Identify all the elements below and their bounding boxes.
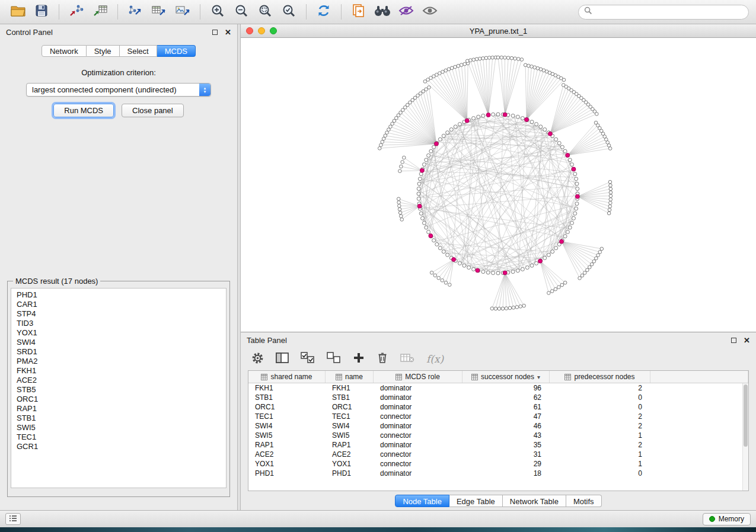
result-node-item[interactable]: SWI4 bbox=[17, 338, 226, 347]
dropdown-stepper-icon: ▲▼ bbox=[199, 84, 210, 96]
save-session-button[interactable] bbox=[31, 2, 52, 21]
zoom-in-button[interactable] bbox=[207, 2, 228, 21]
table-cell: 61 bbox=[462, 403, 550, 411]
result-node-item[interactable]: FKH1 bbox=[17, 366, 226, 376]
close-window-icon[interactable] bbox=[246, 27, 253, 34]
table-row[interactable]: SWI5SWI5connector431 bbox=[248, 431, 748, 440]
tab-edge-table[interactable]: Edge Table bbox=[449, 495, 503, 507]
result-node-item[interactable]: STB5 bbox=[17, 385, 226, 395]
table-row[interactable]: TEC1TEC1connector472 bbox=[248, 412, 748, 421]
import-table-button[interactable] bbox=[90, 2, 111, 21]
criterion-dropdown[interactable]: largest connected component (undirected)… bbox=[26, 83, 211, 97]
float-panel-icon[interactable] bbox=[212, 30, 218, 35]
table-row[interactable]: ORC1ORC1dominator610 bbox=[248, 402, 748, 412]
table-row[interactable]: YOX1YOX1connector291 bbox=[248, 459, 748, 469]
table-row[interactable]: ACE2ACE2connector311 bbox=[248, 450, 748, 459]
float-table-panel-icon[interactable] bbox=[731, 338, 736, 343]
zoom-out-button[interactable] bbox=[231, 2, 252, 21]
create-column-button[interactable] bbox=[353, 352, 365, 366]
export-table-button[interactable] bbox=[148, 2, 170, 21]
table-panel: Table Panel ✕ f(x) bbox=[241, 332, 756, 510]
table-cell: SWI5 bbox=[248, 431, 326, 440]
result-node-item[interactable]: GCR1 bbox=[17, 442, 226, 451]
network-canvas[interactable] bbox=[241, 38, 756, 332]
save-session-icon bbox=[35, 4, 48, 20]
tab-network-table[interactable]: Network Table bbox=[503, 495, 566, 507]
delete-table-button[interactable] bbox=[400, 352, 414, 366]
network-view-titlebar[interactable]: YPA_prune.txt_1 bbox=[241, 24, 756, 38]
mcds-result-list[interactable]: PHD1CAR1STP4TID3YOX1SWI4SRD1PMA2FKH1ACE2… bbox=[11, 288, 227, 488]
criterion-value: largest connected component (undirected) bbox=[32, 85, 177, 94]
zoom-fit-button[interactable] bbox=[254, 2, 276, 21]
hide-selected-button[interactable] bbox=[395, 2, 417, 21]
result-node-item[interactable]: PMA2 bbox=[17, 357, 226, 366]
column-header-predecessor-nodes[interactable]: predecessor nodes bbox=[550, 371, 650, 383]
result-node-item[interactable]: STB1 bbox=[17, 414, 226, 423]
function-builder-button[interactable]: f(x) bbox=[426, 353, 444, 365]
main-toolbar bbox=[0, 0, 756, 24]
table-cell: connector bbox=[374, 412, 462, 421]
result-node-item[interactable]: SWI5 bbox=[17, 423, 226, 432]
result-node-item[interactable]: ORC1 bbox=[17, 395, 226, 404]
result-node-item[interactable]: CAR1 bbox=[17, 300, 226, 309]
result-node-item[interactable]: RAP1 bbox=[17, 404, 226, 414]
run-mcds-button[interactable]: Run MCDS bbox=[53, 104, 114, 117]
export-image-button[interactable] bbox=[172, 2, 193, 21]
column-header-MCDS-role[interactable]: MCDS role bbox=[374, 371, 462, 383]
search-icon bbox=[584, 7, 592, 17]
table-row[interactable]: SWI4SWI4dominator462 bbox=[248, 421, 748, 431]
show-all-button[interactable] bbox=[419, 2, 441, 21]
maximize-window-icon[interactable] bbox=[270, 27, 277, 34]
table-scrollbar[interactable] bbox=[742, 383, 748, 491]
minimize-window-icon[interactable] bbox=[258, 27, 265, 34]
tab-node-table[interactable]: Node Table bbox=[395, 495, 449, 507]
task-history-button[interactable] bbox=[5, 513, 21, 525]
tab-motifs[interactable]: Motifs bbox=[566, 495, 602, 507]
column-header-successor-nodes[interactable]: successor nodes▾ bbox=[462, 371, 550, 383]
memory-button[interactable]: Memory bbox=[703, 513, 751, 525]
import-network-button[interactable] bbox=[66, 2, 87, 21]
result-node-item[interactable]: STP4 bbox=[17, 309, 226, 319]
tab-mcds[interactable]: MCDS bbox=[157, 45, 196, 57]
zoom-selected-button[interactable] bbox=[278, 2, 299, 21]
table-row[interactable]: RAP1RAP1dominator352 bbox=[248, 440, 748, 450]
result-node-item[interactable]: TEC1 bbox=[17, 432, 226, 442]
table-settings-button[interactable] bbox=[251, 352, 264, 367]
close-table-panel-icon[interactable]: ✕ bbox=[744, 336, 750, 344]
tab-network[interactable]: Network bbox=[42, 45, 87, 57]
memory-status-icon bbox=[709, 516, 715, 522]
result-node-item[interactable]: YOX1 bbox=[17, 328, 226, 338]
result-node-item[interactable]: TID3 bbox=[17, 319, 226, 328]
select-all-button[interactable] bbox=[301, 352, 315, 366]
result-node-item[interactable]: SRD1 bbox=[17, 347, 226, 357]
column-header-shared-name[interactable]: shared name bbox=[248, 371, 326, 383]
result-node-item[interactable]: PHD1 bbox=[17, 290, 226, 300]
close-panel-icon[interactable]: ✕ bbox=[225, 28, 231, 36]
search-network-button[interactable] bbox=[372, 2, 393, 21]
search-input[interactable] bbox=[596, 7, 743, 17]
clone-network-button[interactable] bbox=[348, 2, 369, 21]
table-row[interactable]: STB1STB1dominator620 bbox=[248, 393, 748, 402]
network-graph[interactable] bbox=[241, 38, 756, 332]
network-search-box[interactable] bbox=[578, 5, 749, 20]
column-header-name[interactable]: name bbox=[326, 371, 374, 383]
open-session-button[interactable] bbox=[7, 2, 28, 21]
close-panel-button[interactable]: Close panel bbox=[122, 104, 184, 117]
table-cell: SWI4 bbox=[326, 422, 374, 430]
delete-column-button[interactable] bbox=[377, 351, 388, 367]
show-column-panel-button[interactable] bbox=[276, 352, 289, 366]
result-node-item[interactable]: ACE2 bbox=[17, 376, 226, 385]
tab-select[interactable]: Select bbox=[120, 45, 157, 57]
refresh-button[interactable] bbox=[313, 2, 334, 21]
table-cell: 62 bbox=[462, 393, 550, 402]
deselect-all-button[interactable] bbox=[327, 352, 341, 366]
table-row[interactable]: PHD1PHD1dominator180 bbox=[248, 469, 748, 478]
table-cell: SWI5 bbox=[326, 431, 374, 440]
scrollbar-thumb[interactable] bbox=[744, 384, 748, 447]
tab-style[interactable]: Style bbox=[87, 45, 120, 57]
table-cell: ORC1 bbox=[326, 403, 374, 411]
export-network-button[interactable] bbox=[125, 2, 146, 21]
table-cell: 46 bbox=[462, 422, 550, 430]
zoom-selected-icon bbox=[282, 4, 296, 21]
table-row[interactable]: FKH1FKH1dominator962 bbox=[248, 383, 748, 393]
